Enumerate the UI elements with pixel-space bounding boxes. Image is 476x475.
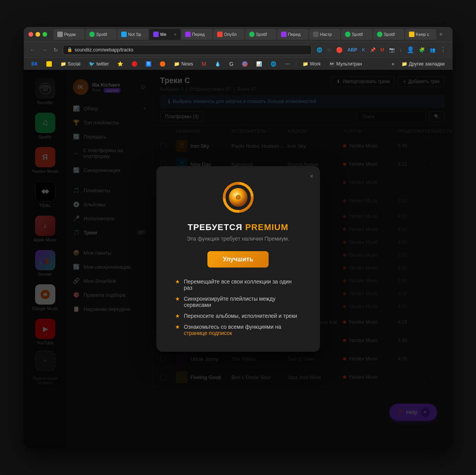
feature-item-4: ★ Ознакомьтесь со всеми функциями на стр…: [175, 324, 301, 336]
bookmark-work-folder[interactable]: 📁 Work: [299, 60, 324, 67]
modal-close-button[interactable]: ×: [310, 172, 314, 181]
extensions-icon[interactable]: 🔴: [334, 46, 344, 54]
title-bar: Редак Spotif Not Sp We × Перед: [24, 27, 453, 42]
kaspersky-button[interactable]: K: [360, 46, 366, 53]
yandex-mail-button[interactable]: М: [379, 46, 386, 53]
adblocker-button[interactable]: ABP: [346, 46, 359, 53]
svg-point-12: [237, 196, 240, 199]
upgrade-button[interactable]: Улучшить: [207, 251, 269, 268]
modal-title: ТРЕБУЕТСЯ PREMIUM: [175, 222, 301, 232]
star-icon-1: ★: [175, 278, 180, 285]
extension1-button[interactable]: 📌: [368, 46, 377, 53]
premium-icon: [223, 182, 254, 213]
ssl-lock-icon: 🔒: [67, 47, 73, 52]
bookmark-news-folder[interactable]: 📁 News: [171, 60, 196, 67]
star-icon-2: ★: [175, 296, 180, 302]
tab-bar: Редак Spotif Not Sp We × Перед: [53, 29, 448, 40]
traffic-lights: [28, 32, 47, 37]
bookmark-yandex[interactable]: [43, 60, 55, 67]
reload-button[interactable]: ↻: [52, 45, 60, 55]
bookmark-dots[interactable]: ⋯: [282, 60, 293, 67]
browser-tab[interactable]: Spotif: [245, 29, 276, 40]
extensions-manager-button[interactable]: 🧩: [418, 46, 426, 53]
bookmark-work-label: Work: [310, 61, 321, 67]
extension2-button[interactable]: ↓: [398, 46, 403, 53]
url-text: soundiiz.com/webapp/tracks: [75, 47, 134, 53]
bookmark-red[interactable]: [129, 60, 140, 67]
bookmark-google1[interactable]: G: [226, 60, 237, 68]
browser-tab-active[interactable]: We ×: [149, 29, 180, 40]
feature-list: ★ Перемещайте все свои коллекции за один…: [175, 278, 301, 336]
minimize-window-button[interactable]: [35, 32, 40, 37]
close-window-button[interactable]: [28, 32, 33, 37]
browser-tab[interactable]: Spotif: [85, 29, 117, 40]
maximize-window-button[interactable]: [42, 32, 47, 37]
modal-overlay: ×: [24, 70, 453, 448]
star-icon-3: ★: [175, 313, 180, 319]
browser-tab[interactable]: Not Sp: [117, 29, 149, 40]
bookmark-multitran[interactable]: Мт Мультитран: [326, 60, 365, 67]
forward-button[interactable]: →: [40, 45, 49, 55]
browser-tab[interactable]: Keep c: [405, 29, 436, 40]
bookmark-other-folder[interactable]: 📁 Другие закладки: [398, 60, 448, 67]
star-icon-4: ★: [175, 324, 180, 330]
app-content: Soundiiz ♫ Spotify Я Yandex Music: [24, 70, 453, 448]
bookmark-gmail[interactable]: M: [198, 60, 209, 68]
new-tab-button[interactable]: +: [437, 30, 445, 39]
bookmark-translate[interactable]: 🌐: [267, 60, 280, 67]
bookmark-vk[interactable]: ВК: [28, 60, 41, 67]
browser-tab[interactable]: Редак: [53, 29, 85, 40]
feature-item-3: ★ Переносите альбомы, исполнителей и тре…: [175, 313, 301, 319]
browser-tab[interactable]: Spotif: [341, 29, 372, 40]
bookmark-star[interactable]: ⭐: [114, 60, 126, 67]
bookmark-twitter[interactable]: 🐦 twitter: [86, 60, 112, 67]
bookmark-separator: [296, 60, 296, 67]
bookmark-google2[interactable]: [239, 60, 251, 67]
bookmark-orange[interactable]: [157, 60, 168, 67]
bookmark-b[interactable]: B: [143, 60, 154, 67]
browser-window: Редак Spotif Not Sp We × Перед: [24, 27, 453, 448]
bookmark-news-label: News: [181, 61, 193, 67]
browser-tab[interactable]: Перед: [277, 29, 308, 40]
translate-page-button[interactable]: 🌐: [315, 46, 324, 53]
back-button[interactable]: ←: [28, 45, 37, 55]
premium-modal: ×: [156, 166, 320, 352]
profile2-button[interactable]: 👥: [428, 46, 437, 53]
bookmark-sheets[interactable]: 📊: [253, 60, 265, 67]
bookmark-dropbox[interactable]: 💧: [212, 60, 224, 67]
menu-button[interactable]: ⋮: [439, 45, 448, 54]
address-bar: ← → ↻ 🔒 soundiiz.com/webapp/tracks 🌐 ☆ 🔴…: [24, 42, 453, 57]
feature-item-1: ★ Перемещайте все свои коллекции за один…: [175, 278, 301, 291]
bookmarks-more-button[interactable]: »: [390, 60, 396, 67]
tab-close-icon[interactable]: ×: [174, 32, 177, 37]
feature-item-2: ★ Синхронизируйте плейлисты между сервис…: [175, 296, 301, 308]
subscription-link[interactable]: странице подписок: [184, 330, 232, 336]
browser-tab[interactable]: Опубл: [213, 29, 244, 40]
browser-tab[interactable]: Перед: [181, 29, 212, 40]
browser-tab[interactable]: Spotif: [373, 29, 404, 40]
browser-tab[interactable]: Настр: [309, 29, 340, 40]
address-actions: 🌐 ☆ 🔴 ABP K 📌 М 📷 ↓ 👤 🧩 👥 ⋮: [315, 45, 448, 54]
url-bar[interactable]: 🔒 soundiiz.com/webapp/tracks: [63, 45, 312, 55]
bookmarks-bar: ВК 📁 Social 🐦 twitter ⭐ B: [24, 57, 453, 70]
profile-button[interactable]: 👤: [405, 45, 416, 54]
bookmark-social-folder[interactable]: 📁 Social: [57, 60, 84, 67]
modal-subtitle: Эта функция требует наличия Премиум.: [175, 236, 301, 242]
screenshot-button[interactable]: 📷: [388, 46, 396, 53]
bookmark-button[interactable]: ☆: [326, 46, 333, 53]
